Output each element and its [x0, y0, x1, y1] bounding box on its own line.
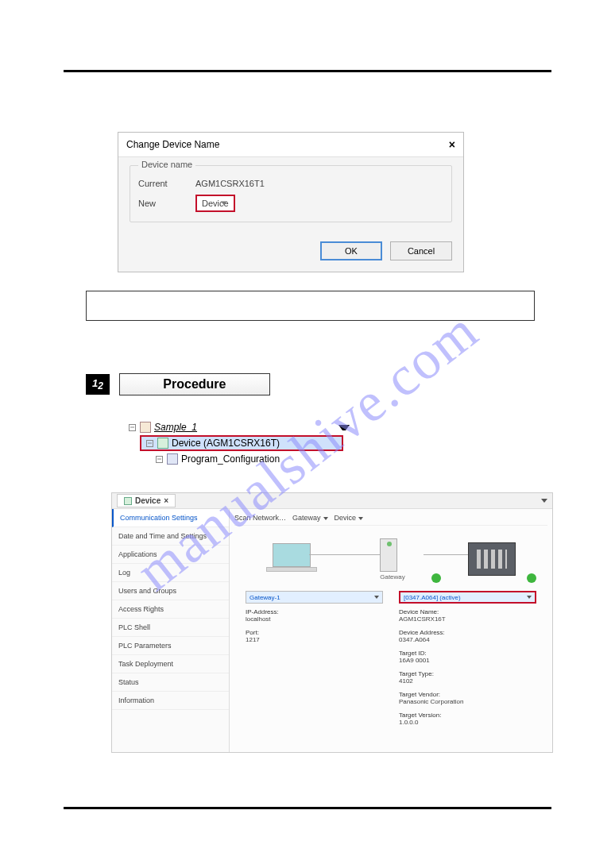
device-address-kv: Device Address: 0347.A064 [399, 629, 536, 643]
collapse-icon[interactable] [146, 440, 153, 447]
bottom-rule [64, 807, 551, 809]
gateway-menu[interactable]: Gateway [292, 514, 328, 522]
sidebar-item-information[interactable]: Information [112, 692, 229, 710]
current-value: AGM1CSRX16T1 [195, 179, 443, 188]
laptop-icon [266, 543, 317, 575]
current-label: Current [138, 179, 195, 188]
close-icon[interactable]: × [449, 138, 455, 151]
device-menu[interactable]: Device [335, 514, 364, 522]
tree-program-node[interactable]: Program_Configuration [154, 451, 350, 467]
procedure-title: Procedure [119, 373, 270, 395]
project-tree: Sample_1 Device (AGM1CSRX16T) Program_Co… [127, 419, 350, 467]
top-rule [64, 70, 551, 72]
chevron-down-icon [527, 596, 532, 599]
empty-note-box [86, 291, 535, 321]
device-name-selected: Device [202, 199, 229, 208]
device-editor-panel: Device × Communication Settings Date and… [111, 492, 553, 753]
sidebar-item-task-deployment[interactable]: Task Deployment [112, 655, 229, 673]
cancel-button[interactable]: Cancel [390, 241, 452, 260]
project-icon [140, 422, 151, 433]
status-dot-icon [527, 573, 536, 583]
wire-left [309, 554, 385, 555]
sidebar-item-date-time[interactable]: Date and Time and Settings [112, 527, 229, 546]
collapse-icon[interactable] [156, 456, 163, 463]
gateway-ip: IP-Address: localhost [246, 608, 383, 623]
target-type-kv: Target Type: 4102 [399, 670, 536, 685]
device-icon [124, 497, 132, 505]
chevron-down-icon[interactable] [338, 425, 350, 430]
scan-network-button[interactable]: Scan Network… [234, 514, 286, 522]
ok-button[interactable]: OK [320, 241, 382, 260]
sidebar-item-access-rights[interactable]: Access Rights [112, 600, 229, 619]
sidebar-item-plc-parameters[interactable]: PLC Parameters [112, 637, 229, 655]
device-side-nav: Communication Settings Date and Time and… [112, 509, 230, 752]
dialog-title-text: Change Device Name [126, 139, 219, 150]
connection-diagram: Gateway [234, 530, 547, 588]
group-legend: Device name [138, 160, 195, 169]
change-device-name-dialog: Change Device Name × Device name Current… [118, 132, 464, 272]
sidebar-item-communication-settings[interactable]: Communication Settings [112, 509, 229, 527]
sidebar-item-plc-shell[interactable]: PLC Shell [112, 619, 229, 637]
chevron-down-icon [374, 596, 379, 599]
close-tab-icon[interactable]: × [164, 496, 168, 505]
plc-device-icon [468, 542, 516, 576]
root-label: Sample_1 [154, 422, 197, 433]
target-id-kv: Target ID: 16A9 0001 [399, 650, 536, 664]
target-vendor-kv: Target Vendor: Panasonic Corporation [399, 691, 536, 705]
device-icon [157, 438, 168, 449]
gateway-port: Port: 1217 [246, 629, 383, 643]
device-label: Device (AGM1CSRX16T) [172, 438, 280, 449]
collapse-icon[interactable] [129, 424, 136, 431]
tree-device-node[interactable]: Device (AGM1CSRX16T) [140, 435, 343, 451]
sidebar-item-applications[interactable]: Applications [112, 546, 229, 564]
procedure-number: 12 [86, 374, 110, 395]
tab-label: Device [135, 496, 161, 505]
sidebar-item-status[interactable]: Status [112, 673, 229, 692]
program-icon [167, 453, 178, 465]
device-select[interactable]: [0347.A064] (active) [399, 591, 536, 604]
tabbar-chevron-icon[interactable] [541, 499, 547, 503]
new-label: New [138, 199, 195, 208]
tab-device[interactable]: Device × [117, 494, 176, 507]
program-label: Program_Configuration [181, 453, 280, 465]
target-version-kv: Target Version: 1.0.0.0 [399, 712, 536, 726]
gateway-icon: Gateway [380, 538, 405, 581]
device-name-dropdown[interactable]: Device [195, 195, 235, 212]
status-dot-icon [431, 573, 441, 583]
sidebar-item-users-groups[interactable]: Users and Groups [112, 582, 229, 600]
tree-root[interactable]: Sample_1 [127, 419, 350, 435]
gateway-select[interactable]: Gateway-1 [246, 591, 383, 604]
sidebar-item-log[interactable]: Log [112, 564, 229, 582]
device-name-kv: Device Name: AGM1CSRX16T [399, 608, 536, 623]
